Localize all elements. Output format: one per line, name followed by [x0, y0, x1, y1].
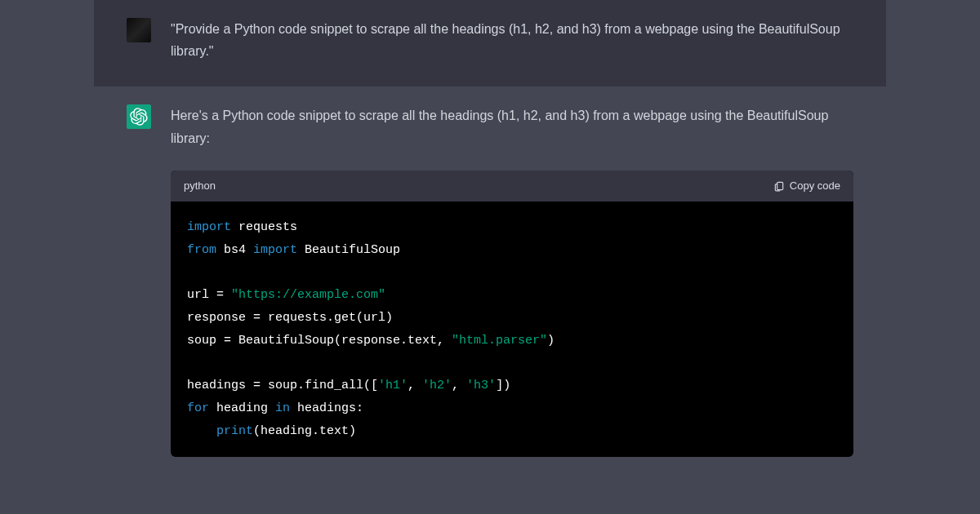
assistant-avatar — [127, 104, 151, 129]
openai-logo-icon — [130, 108, 148, 126]
copy-code-button[interactable]: Copy code — [773, 177, 840, 195]
clipboard-icon — [773, 180, 785, 192]
code-header: python Copy code — [171, 171, 853, 202]
copy-code-label: Copy code — [790, 177, 840, 195]
user-avatar — [127, 18, 151, 42]
assistant-message: Here's a Python code snippet to scrape a… — [94, 86, 886, 475]
user-message-text: "Provide a Python code snippet to scrape… — [171, 18, 853, 62]
code-language-label: python — [184, 177, 216, 195]
assistant-message-text: Here's a Python code snippet to scrape a… — [171, 104, 853, 148]
svg-rect-0 — [777, 182, 783, 189]
code-content[interactable]: import requests from bs4 import Beautifu… — [171, 202, 853, 458]
user-message: "Provide a Python code snippet to scrape… — [94, 0, 886, 86]
assistant-message-content: Here's a Python code snippet to scrape a… — [171, 104, 853, 457]
code-block: python Copy code import requests from bs… — [171, 171, 853, 458]
